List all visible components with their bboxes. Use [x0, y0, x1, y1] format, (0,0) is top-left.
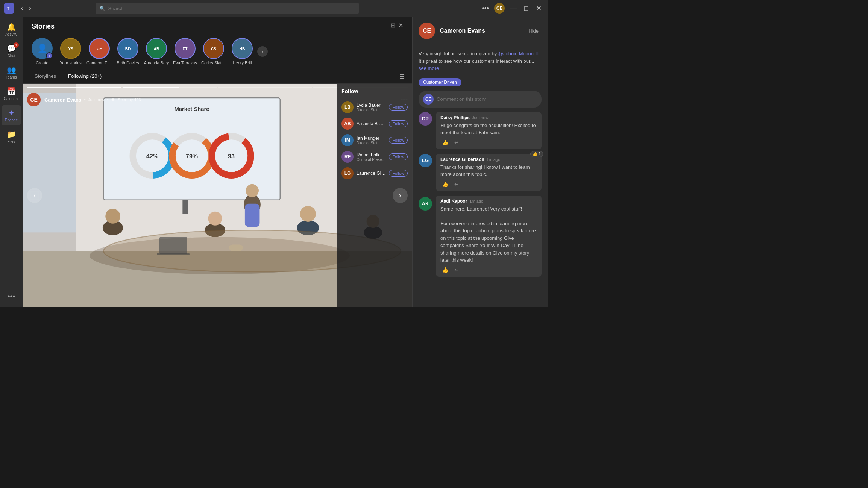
henry-avatar: HB — [232, 38, 253, 59]
follow-item-laurence: LG Laurence Gilbertso... Follow — [341, 165, 408, 182]
svg-text:HB: HB — [240, 47, 245, 51]
view-toggle-button[interactable]: ⊞ — [390, 22, 395, 29]
henry-label: Henry Brill — [229, 61, 255, 65]
sidebar-more[interactable]: ••• — [6, 289, 17, 304]
story-circle-henry[interactable]: HB Henry Brill — [229, 36, 256, 67]
sidebar-item-chat[interactable]: 💬 Chat 1 — [2, 41, 21, 61]
svg-rect-36 — [245, 204, 260, 227]
follow-button-rafael[interactable]: Follow — [389, 153, 408, 160]
follow-button-laurence[interactable]: Follow — [389, 170, 408, 177]
comment-input-area: CE — [419, 91, 542, 108]
story-circle-beth[interactable]: BD Beth Davies — [114, 36, 141, 67]
aadi-avatar: AK — [419, 197, 432, 211]
close-button[interactable]: ✕ — [534, 3, 544, 13]
minimize-button[interactable]: — — [508, 4, 519, 13]
story-time: Just now — [88, 97, 104, 102]
aadi-reply-button[interactable]: ↩ — [453, 266, 460, 274]
story-next-chevron[interactable]: › — [257, 46, 268, 57]
story-poster-avatar: CE — [27, 93, 41, 106]
ian-role: Director State & App... — [357, 141, 386, 145]
svg-text:ET: ET — [182, 47, 188, 51]
rp-avatar: CE — [419, 23, 435, 39]
daisy-reply-button[interactable]: ↩ — [453, 139, 460, 146]
sidebar-item-teams[interactable]: 👥 Teams — [2, 62, 21, 82]
activity-icon: 🔔 — [7, 23, 16, 32]
sidebar-item-activity[interactable]: 🔔 Activity — [2, 20, 21, 39]
follow-item-lydia: LB Lydia Bauer Director State & App... F… — [341, 99, 408, 115]
stories-close-button[interactable]: ✕ — [398, 22, 403, 29]
laurence-reply-button[interactable]: ↩ — [453, 180, 460, 188]
nav-back-button[interactable]: ‹ — [19, 3, 25, 13]
comment-daisy: DP Daisy Phillips Just now Huge congrats… — [419, 112, 542, 149]
follow-button-lydia[interactable]: Follow — [389, 104, 408, 111]
commenter-avatar: CE — [423, 94, 434, 105]
daisy-name: Daisy Phillips — [440, 115, 470, 120]
laurence-follow-name: Laurence Gilbertso... — [357, 171, 386, 176]
tag-area: Customer Driven — [419, 77, 542, 86]
laurence-name: Laurence Gilbertson — [440, 157, 484, 162]
svg-rect-47 — [157, 253, 189, 255]
eva-label: Eva Terrazas — [172, 61, 198, 65]
main-content: Stories ⊞ ✕ 👤 + Create — [23, 17, 548, 307]
svg-text:79%: 79% — [186, 153, 198, 159]
beth-avatar: BD — [117, 38, 138, 59]
story-circle-carlos[interactable]: CS Carlos Slatt... — [200, 36, 227, 67]
seen-count: Seen by 423 — [118, 97, 141, 102]
laurence-text: Thanks for sharing! I know I want to lea… — [440, 164, 537, 178]
story-circle-create[interactable]: 👤 + Create — [29, 36, 56, 67]
svg-point-40 — [208, 212, 222, 226]
laurence-like-button[interactable]: 👍 — [440, 180, 450, 188]
aadi-time: 1m ago — [469, 199, 483, 203]
beth-avatar-wrap: BD — [117, 38, 138, 59]
maximize-button[interactable]: □ — [522, 4, 531, 13]
cameron-avatar-wrap: CE — [89, 38, 110, 59]
user-avatar[interactable]: CE — [494, 3, 505, 14]
svg-text:93: 93 — [228, 153, 235, 159]
aadi-header: Aadi Kapoor 1m ago — [440, 199, 537, 204]
svg-text:BD: BD — [125, 47, 131, 51]
comment-input[interactable] — [437, 96, 537, 102]
ian-avatar: IM — [341, 134, 354, 146]
nav-forward-button[interactable]: › — [27, 3, 33, 13]
follow-panel-label: Follow — [341, 88, 358, 94]
story-circle-amanda[interactable]: AB Amanda Bary — [143, 36, 170, 67]
sidebar-item-engage[interactable]: ✦ Engage — [2, 105, 21, 125]
mention-johnie: @Johnie Mconnell — [498, 51, 539, 56]
daisy-time: Just now — [472, 115, 488, 120]
aadi-actions: 👍 ↩ — [440, 266, 537, 274]
story-circle-your-stories[interactable]: YS Your stories — [57, 36, 84, 67]
more-button[interactable]: ••• — [480, 4, 491, 13]
follow-button-amanda-brady[interactable]: Follow — [389, 120, 408, 127]
customer-driven-tag[interactable]: Customer Driven — [419, 78, 461, 86]
search-input[interactable] — [108, 6, 355, 11]
laurence-bubble: 👍 1 Laurence Gilbertson 1m ago Thanks fo… — [436, 154, 542, 191]
story-nav-right[interactable]: › — [393, 188, 408, 203]
follow-button-ian[interactable]: Follow — [389, 137, 408, 144]
follow-item-amanda-brady: AB Amanda Brady Follow — [341, 115, 408, 132]
laurence-time: 1m ago — [487, 157, 501, 162]
svg-text:T: T — [7, 6, 10, 11]
lydia-name: Lydia Bauer — [357, 103, 386, 108]
sidebar-item-files[interactable]: 📁 Files — [2, 127, 21, 147]
story-nav-left[interactable]: ‹ — [27, 188, 42, 203]
your-stories-label: Your stories — [58, 61, 83, 65]
laurence-reaction: 👍 1 — [530, 151, 543, 157]
story-circle-eva[interactable]: ET Eva Terrazas — [171, 36, 199, 67]
see-more-link[interactable]: see more — [419, 65, 439, 71]
engage-icon: ✦ — [8, 108, 15, 117]
amanda-avatar: AB — [146, 38, 167, 59]
eva-avatar-wrap: ET — [175, 38, 196, 59]
progress-fill-1 — [27, 87, 121, 88]
follow-panel-title: Follow — [341, 88, 408, 94]
sidebar-item-calendar[interactable]: 📅 Calendar — [2, 84, 21, 104]
follow-item-ian: IM Ian Munger Director State & App... Fo… — [341, 132, 408, 149]
hide-button[interactable]: Hide — [525, 27, 542, 35]
tab-storylines[interactable]: Storylines — [29, 70, 62, 83]
aadi-like-button[interactable]: 👍 — [440, 266, 450, 274]
laurence-follow-avatar: LG — [341, 167, 354, 179]
tab-filter-button[interactable]: ☰ — [398, 71, 406, 82]
more-icon: ••• — [7, 292, 15, 301]
story-circle-cameron[interactable]: CE Cameron Ev... — [86, 36, 113, 67]
daisy-like-button[interactable]: 👍 — [440, 139, 450, 146]
tab-following[interactable]: Following (20+) — [62, 70, 108, 83]
